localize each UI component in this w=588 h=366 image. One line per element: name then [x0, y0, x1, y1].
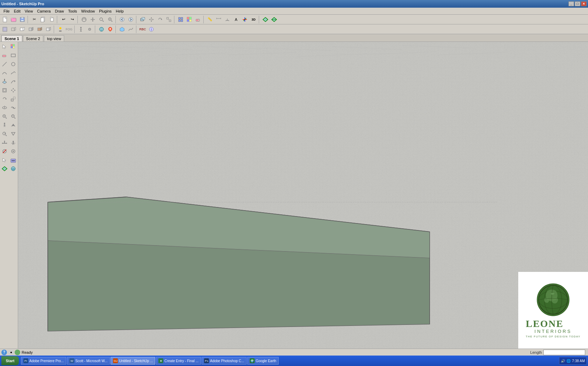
push-pull-button[interactable] [138, 15, 147, 24]
solid-tools-button[interactable] [118, 25, 126, 33]
google-earth-left-tool[interactable] [9, 165, 17, 173]
copy-button[interactable] [39, 15, 47, 24]
length-input[interactable] [543, 350, 585, 355]
taskbar-word[interactable]: W Scott - Microsoft W... [67, 357, 110, 365]
selection-tool-2[interactable] [0, 156, 9, 164]
minimize-button[interactable]: _ [568, 1, 574, 6]
close-button[interactable]: ✕ [581, 1, 587, 6]
maximize-button[interactable]: □ [575, 1, 580, 6]
scale-tool[interactable] [9, 95, 17, 103]
model-info-button[interactable]: i [147, 25, 156, 33]
paste-button[interactable] [47, 15, 56, 24]
menu-tools[interactable]: Tools [66, 8, 79, 14]
fog-button[interactable]: FOG [65, 25, 73, 33]
open-button[interactable] [9, 15, 18, 24]
taskbar-sketchup[interactable]: SU Untitled - SketchUp ... [111, 357, 155, 365]
field-of-view-tool[interactable] [9, 130, 17, 138]
scene-tab-topview[interactable]: top view [44, 35, 64, 41]
position-camera-tool[interactable] [9, 138, 17, 147]
3d-text-button[interactable]: 3D [249, 15, 258, 24]
walk-tool[interactable] [0, 121, 9, 129]
walk-button[interactable] [77, 25, 85, 33]
start-button[interactable]: Start [1, 356, 19, 365]
arc-tool[interactable] [0, 69, 9, 77]
new-button[interactable] [1, 15, 9, 24]
pan-button[interactable] [89, 15, 97, 24]
show-hidden-tool[interactable] [9, 147, 17, 155]
redo-button[interactable]: ↪ [68, 15, 76, 24]
rotate-tool[interactable] [0, 95, 9, 103]
menu-file[interactable]: File [1, 8, 12, 14]
text-button[interactable]: A [232, 15, 240, 24]
taskbar-photoshop[interactable]: Ps Adobe Photoshop C... [202, 357, 247, 365]
section-plane-button[interactable] [261, 15, 270, 24]
move-button[interactable] [147, 15, 156, 24]
orbit-button[interactable] [80, 15, 88, 24]
paint-button[interactable] [185, 15, 194, 24]
axes-button[interactable] [241, 15, 249, 24]
hide-rest-tool[interactable] [0, 147, 9, 155]
paint-bucket-tool[interactable] [9, 43, 17, 51]
move-tool-left[interactable] [9, 86, 17, 94]
menu-plugins[interactable]: Plugins [97, 8, 114, 14]
menu-draw[interactable]: Draw [53, 8, 66, 14]
add-location-button[interactable] [106, 25, 114, 33]
rectangle-tool[interactable] [9, 51, 17, 60]
menu-edit[interactable]: Edit [12, 8, 23, 14]
protractor-button[interactable] [223, 15, 232, 24]
select-tool[interactable] [0, 43, 9, 51]
section-display-button[interactable] [270, 15, 278, 24]
scale-button[interactable] [165, 15, 173, 24]
next-view-button[interactable] [127, 15, 135, 24]
orbit-tool[interactable] [0, 104, 9, 112]
look-around-tool[interactable] [9, 104, 17, 112]
components-button[interactable] [176, 15, 185, 24]
zoom-button[interactable] [97, 15, 106, 24]
shaded-button[interactable] [27, 25, 35, 33]
component-options-tool[interactable] [9, 156, 17, 164]
fly-tool[interactable] [9, 121, 17, 129]
menu-camera[interactable]: Camera [35, 8, 53, 14]
zoom-window-tool[interactable] [9, 112, 17, 121]
follow-me-tool[interactable] [9, 77, 17, 86]
menu-window[interactable]: Window [79, 8, 97, 14]
dimensions-button[interactable] [214, 15, 223, 24]
eraser-button[interactable] [194, 15, 202, 24]
taskbar-create-entry[interactable]: ★ Create Entry - Final ... [156, 357, 201, 365]
offset-tool[interactable] [0, 86, 9, 94]
viewport[interactable]: LEONE INTERIORS THE FUTURE OF DESIGN TOD… [18, 42, 588, 349]
menu-view[interactable]: View [23, 8, 35, 14]
svg-rect-36 [187, 17, 189, 19]
line-tool[interactable] [0, 60, 9, 68]
rotate-button[interactable] [156, 15, 164, 24]
wireframe-button[interactable] [9, 25, 18, 33]
shaded-textured-button[interactable] [36, 25, 44, 33]
ruby-console-button[interactable]: RBC [138, 25, 147, 33]
push-pull-tool[interactable] [0, 77, 9, 86]
pan-tool[interactable] [0, 138, 9, 147]
previous-view-button[interactable] [118, 15, 126, 24]
section-cut-tool[interactable] [0, 165, 9, 173]
save-button[interactable] [18, 15, 27, 24]
zoom-tool[interactable] [0, 112, 9, 121]
hidden-line-button[interactable] [18, 25, 27, 33]
menu-help[interactable]: Help [114, 8, 126, 14]
sandbox-tools-button[interactable] [127, 25, 135, 33]
look-around-button[interactable] [85, 25, 94, 33]
monochrome-button[interactable] [44, 25, 53, 33]
tape-measure-button[interactable]: 📏 [206, 15, 214, 24]
freehand-tool[interactable] [9, 69, 17, 77]
google-earth-button[interactable] [97, 25, 106, 33]
zoom-extents-button[interactable] [106, 15, 114, 24]
scene-tab-2[interactable]: Scene 2 [23, 35, 43, 41]
taskbar-premiere[interactable]: Pr Adobe Premiere Pro... [21, 357, 66, 365]
xray-button[interactable] [1, 25, 9, 33]
shadows-button[interactable] [56, 25, 65, 33]
cut-button[interactable]: ✂ [30, 15, 38, 24]
eraser-tool[interactable] [0, 51, 9, 60]
taskbar-google-earth[interactable]: 🌍 Google Earth [247, 357, 279, 365]
scene-tab-1[interactable]: Scene 1 [1, 35, 22, 41]
zoom-extents-left-tool[interactable] [0, 130, 9, 138]
undo-button[interactable]: ↩ [59, 15, 68, 24]
circle-tool[interactable] [9, 60, 17, 68]
